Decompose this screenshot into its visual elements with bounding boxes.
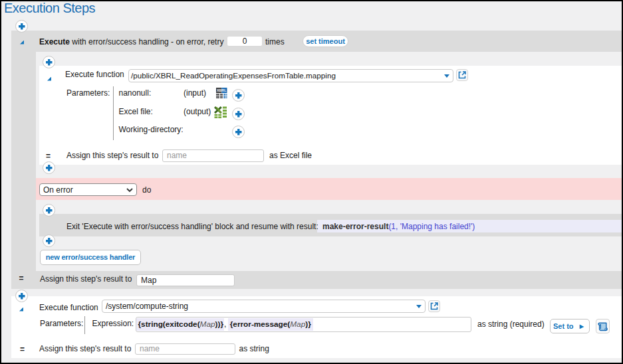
svg-text:XBRL: XBRL [217, 88, 227, 92]
